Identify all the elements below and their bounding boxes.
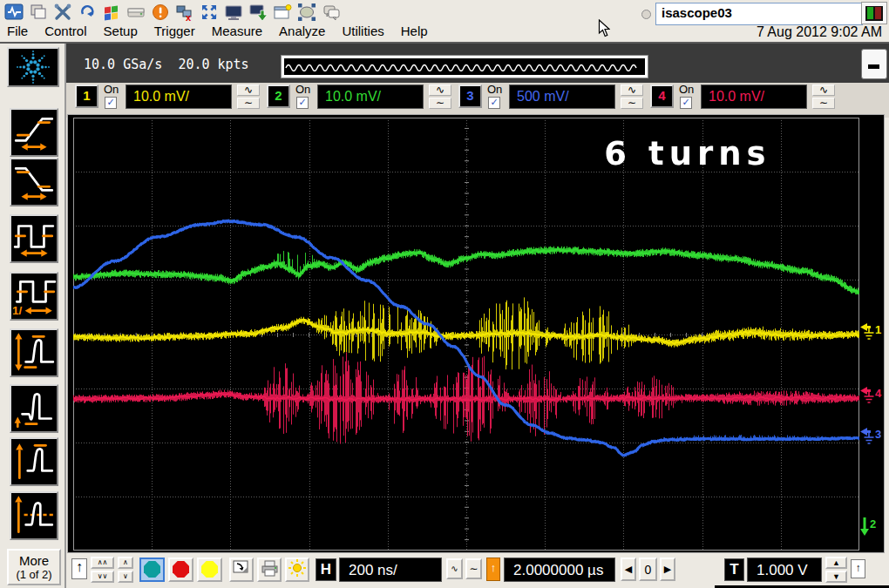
network-error-icon[interactable]: x [174, 2, 195, 23]
menu-setup[interactable]: Setup [104, 24, 138, 41]
scale-coarse-down-button[interactable]: ∨∨ [91, 571, 114, 583]
channel-1-scale-up-button[interactable]: ∿ [237, 84, 260, 96]
menu-trigger[interactable]: Trigger [154, 24, 195, 41]
timebase-zoom-in-button[interactable]: ∼ [465, 558, 482, 579]
single-button[interactable] [197, 558, 222, 582]
small-sine-icon: ∿ [451, 564, 458, 573]
sine-icon: ∿ [628, 84, 636, 96]
channel-2-scale-up-button[interactable]: ∿ [429, 84, 451, 96]
channel-2-scale-down-button[interactable]: ∼ [429, 98, 451, 109]
menu-utilities[interactable]: Utilities [342, 24, 383, 41]
sine-icon: ∼ [628, 97, 636, 109]
measure-peak-to-peak-button[interactable] [10, 328, 58, 377]
stop-button[interactable] [168, 558, 193, 582]
new-window-icon[interactable] [272, 2, 293, 23]
channel-3-on-label: On [487, 83, 502, 96]
position-zero-button[interactable]: 0 [639, 558, 657, 581]
windows-logo-icon[interactable] [101, 2, 122, 23]
triangle-down-icon: ▼ [832, 572, 840, 581]
trigger-marker-button[interactable]: ↑ [851, 559, 865, 578]
horizontal-position-display[interactable]: 2.0000000 µs [504, 558, 615, 582]
channel-4-on-label: On [679, 83, 694, 96]
measure-fall-time-button[interactable] [10, 158, 58, 206]
trigger-menu-button[interactable]: T [724, 558, 744, 581]
display-refresh-icon[interactable] [248, 2, 268, 23]
shape-ellipse-icon[interactable] [296, 2, 317, 23]
channel-2-ground-marker[interactable]: 2 [860, 517, 876, 535]
marker-label: 1 [875, 323, 881, 336]
marker-up-button[interactable]: ↑ [71, 558, 87, 579]
sun-icon [288, 559, 306, 577]
channel-4-scale-up-button[interactable]: ∿ [812, 84, 835, 96]
scale-fine-down-button[interactable]: ∨ [118, 571, 133, 583]
sine-icon: ∿ [436, 84, 444, 96]
clear-display-button[interactable] [285, 558, 309, 582]
measure-period-button[interactable] [10, 214, 58, 263]
scale-coarse-up-button[interactable]: ∧∧ [91, 557, 114, 569]
triangle-up-icon: ▲ [832, 558, 840, 567]
channel-controls: 1 On ✓ 10.0 mV/ ∿ ∼ 2 On ✓ 10.0 mV/ ∿ ∼ … [66, 83, 889, 118]
alert-icon[interactable] [150, 2, 171, 23]
menu-help[interactable]: Help [401, 24, 428, 41]
channel-1-ground-marker[interactable]: 1 [860, 323, 881, 341]
print-button[interactable] [257, 558, 282, 582]
channel-1-scale-display[interactable]: 10.0 mV/ [126, 84, 232, 109]
windows-icon[interactable] [28, 2, 49, 23]
acquisition-overview-bar[interactable] [282, 56, 648, 78]
disk-drive-icon[interactable] [126, 2, 146, 23]
menu-measure[interactable]: Measure [212, 24, 262, 41]
menu-file[interactable]: File [7, 24, 28, 41]
arrow-right-icon: ▶ [664, 564, 671, 574]
menu-analyze[interactable]: Analyze [279, 24, 325, 41]
timebase-zoom-out-button[interactable]: ∿ [446, 558, 463, 579]
tools-icon[interactable] [52, 2, 73, 23]
measure-v-min-button[interactable] [10, 384, 58, 433]
channel-1-on-checkbox[interactable]: ✓ [105, 97, 117, 109]
refresh-icon[interactable] [77, 2, 98, 23]
channel-4-button[interactable]: 4 [650, 84, 674, 108]
horizontal-menu-button[interactable]: H [316, 558, 336, 581]
timebase-display[interactable]: 200 ns/ [339, 558, 442, 582]
sine-icon: ∼ [244, 97, 253, 109]
trigger-level-down-button[interactable]: ▼ [825, 571, 847, 583]
channel-4-scale-down-button[interactable]: ∼ [812, 98, 835, 109]
collapse-toolbar-button[interactable] [861, 49, 887, 79]
channel-3-scale-display[interactable]: 500 mV/ [509, 84, 615, 109]
minimize-icon [868, 64, 879, 69]
channel-1-button[interactable]: 1 [75, 84, 98, 108]
oscilloscope-app-icon[interactable] [3, 2, 24, 23]
channel-3-scale-up-button[interactable]: ∿ [621, 84, 643, 96]
more-measurements-button[interactable]: More (1 of 2) [7, 549, 61, 585]
trigger-level-up-button[interactable]: ▲ [825, 557, 847, 569]
menu-control[interactable]: Control [44, 24, 86, 41]
annotation-label: 6 turns [544, 135, 831, 172]
measure-rise-time-button[interactable] [10, 108, 58, 157]
measure-v-average-button[interactable] [10, 491, 58, 540]
run-button[interactable] [139, 558, 165, 582]
trigger-level-display[interactable]: 1.000 V [747, 558, 822, 582]
channel-3-button[interactable]: 3 [458, 84, 482, 108]
channel-2-scale-display[interactable]: 10.0 mV/ [317, 84, 424, 109]
channel-3-ground-marker[interactable]: 3 [860, 428, 881, 445]
agilent-logo-button[interactable] [7, 47, 59, 87]
channel-1-scale-down-button[interactable]: ∼ [237, 98, 260, 109]
channel-2-on-checkbox[interactable]: ✓ [296, 97, 309, 109]
position-right-button[interactable]: ▶ [660, 558, 675, 581]
double-chevron-down-icon: ∨∨ [98, 572, 108, 580]
display-icon[interactable] [223, 2, 244, 23]
measure-frequency-button[interactable]: 1/ [10, 272, 58, 321]
comments-icon[interactable] [321, 2, 342, 23]
scale-fine-up-button[interactable]: ∧ [118, 557, 133, 569]
screen-capture-button[interactable] [229, 558, 254, 582]
position-left-button[interactable]: ◀ [621, 558, 636, 581]
channel-3-scale-down-button[interactable]: ∼ [621, 98, 643, 109]
channel-2-button[interactable]: 2 [267, 84, 290, 108]
trigger-position-button[interactable]: ↑ [486, 558, 500, 581]
measure-v-max-button[interactable] [10, 437, 58, 486]
channel-4-on-checkbox[interactable]: ✓ [680, 97, 692, 109]
fullscreen-icon[interactable] [199, 2, 220, 23]
channel-4-scale-display[interactable]: 10.0 mV/ [701, 84, 807, 109]
channel-3-on-checkbox[interactable]: ✓ [488, 97, 500, 109]
hostname-field[interactable]: isascope03 [655, 3, 863, 25]
channel-4-ground-marker[interactable]: 4 [860, 387, 881, 404]
